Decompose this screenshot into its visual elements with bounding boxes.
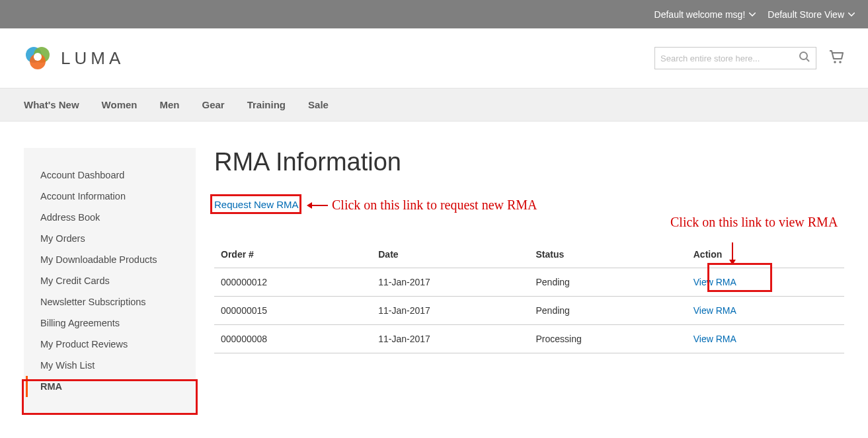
sidebar-item[interactable]: My Downloadable Products — [26, 249, 194, 270]
nav-item[interactable]: Gear — [202, 89, 224, 121]
cell-status: Pending — [530, 297, 687, 325]
sidebar-item[interactable]: RMA — [26, 376, 194, 397]
svg-point-4 — [800, 52, 807, 59]
cell-date: 11-Jan-2017 — [372, 325, 529, 353]
svg-marker-9 — [307, 202, 312, 209]
nav-item[interactable]: Training — [247, 89, 286, 121]
search-icon[interactable] — [799, 51, 810, 65]
rma-table: Order # Date Status Action — [214, 241, 844, 353]
logo[interactable]: LUMA — [24, 43, 124, 73]
cart-icon[interactable] — [828, 50, 844, 67]
col-date: Date — [372, 241, 529, 268]
main-nav: What's NewWomenMenGearTrainingSale — [0, 88, 868, 122]
col-order: Order # — [214, 241, 372, 268]
sidebar-item[interactable]: My Wish List — [26, 355, 194, 376]
table-row: 00000001511-Jan-2017PendingView RMA — [214, 297, 844, 325]
cell-action: View RMA — [687, 325, 844, 353]
search-box[interactable] — [654, 47, 816, 69]
table-row: 00000001211-Jan-2017PendingView RMA — [214, 268, 844, 297]
view-rma-link[interactable]: View RMA — [693, 305, 736, 316]
page-title: RMA Information — [214, 148, 844, 176]
nav-item[interactable]: Men — [159, 89, 179, 121]
svg-marker-11 — [729, 260, 736, 265]
logo-mark-icon — [24, 43, 52, 73]
nav-item[interactable]: Sale — [308, 89, 329, 121]
chevron-down-icon — [749, 13, 756, 17]
annotation-text: Click on this link to request new RMA — [332, 198, 537, 213]
account-sidebar: Account DashboardAccount InformationAddr… — [24, 148, 196, 414]
sidebar-item[interactable]: Address Book — [26, 207, 194, 228]
svg-point-3 — [34, 53, 42, 61]
view-rma-link[interactable]: View RMA — [693, 334, 736, 344]
nav-item[interactable]: Women — [102, 89, 138, 121]
cell-date: 11-Jan-2017 — [372, 297, 529, 325]
top-bar: Default welcome msg! Default Store View — [0, 0, 868, 28]
sidebar-item[interactable]: My Credit Cards — [26, 270, 194, 291]
welcome-text: Default welcome msg! — [654, 9, 746, 20]
annotation-text: Click on this link to view RMA — [670, 215, 838, 230]
cell-status: Pending — [530, 268, 687, 297]
cell-order: 000000012 — [214, 268, 372, 297]
svg-point-7 — [839, 61, 842, 63]
header: LUMA — [0, 28, 868, 88]
arrow-down-icon — [728, 242, 737, 267]
request-new-rma-link[interactable]: Request New RMA — [214, 199, 299, 210]
svg-line-5 — [807, 59, 809, 61]
store-view-text: Default Store View — [768, 9, 844, 20]
logo-text: LUMA — [61, 48, 124, 69]
view-rma-link[interactable]: View RMA — [693, 277, 736, 287]
sidebar-item[interactable]: My Orders — [26, 228, 194, 249]
cell-order: 000000008 — [214, 325, 372, 353]
main-content: Account DashboardAccount InformationAddr… — [0, 122, 868, 438]
table-row: 00000000811-Jan-2017ProcessingView RMA — [214, 325, 844, 353]
cell-order: 000000015 — [214, 297, 372, 325]
search-input[interactable] — [660, 54, 799, 63]
col-status: Status — [530, 241, 687, 268]
chevron-down-icon — [848, 13, 855, 17]
cell-date: 11-Jan-2017 — [372, 268, 529, 297]
sidebar-item[interactable]: Billing Agreements — [26, 312, 194, 334]
sidebar-item[interactable]: Newsletter Subscriptions — [26, 291, 194, 312]
cell-action: View RMA — [687, 297, 844, 325]
cell-status: Processing — [530, 325, 687, 353]
content-area: RMA Information Request New RMA Click on… — [196, 148, 844, 414]
welcome-dropdown[interactable]: Default welcome msg! — [654, 9, 756, 20]
col-action: Action — [687, 241, 844, 268]
nav-item[interactable]: What's New — [24, 89, 79, 121]
svg-point-6 — [834, 61, 836, 63]
arrow-left-icon — [307, 201, 328, 213]
sidebar-item[interactable]: Account Information — [26, 186, 194, 207]
sidebar-item[interactable]: Account Dashboard — [26, 164, 194, 186]
store-view-dropdown[interactable]: Default Store View — [768, 9, 855, 20]
sidebar-item[interactable]: My Product Reviews — [26, 334, 194, 355]
cell-action: View RMA — [687, 268, 844, 297]
